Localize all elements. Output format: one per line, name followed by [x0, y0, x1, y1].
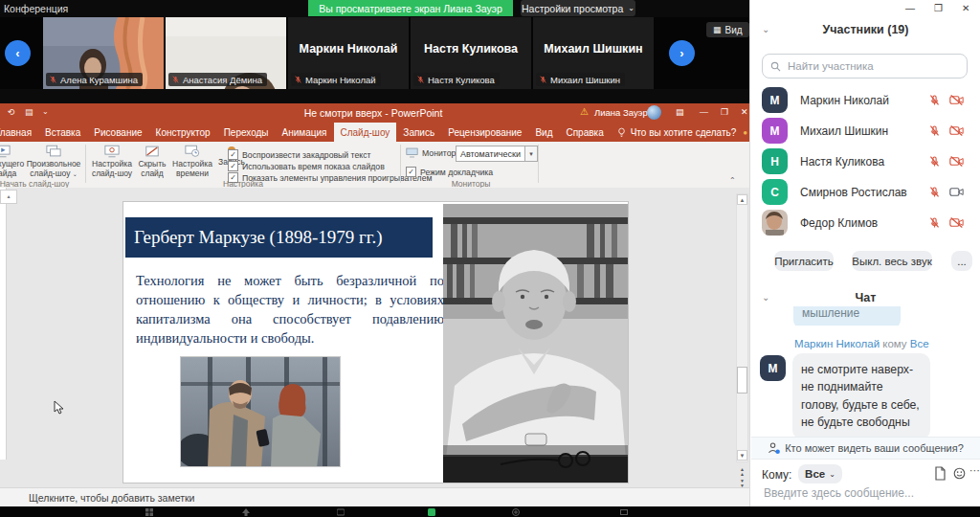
ppt-scrollbar-thumb[interactable]: [737, 367, 747, 393]
tab-konstruktor[interactable]: Конструктор: [149, 123, 217, 142]
user-avatar[interactable]: [647, 105, 661, 120]
warning-icon[interactable]: ⚠: [580, 106, 589, 117]
slide-canvas[interactable]: Герберт Маркузе (1898-1979 гг.) Технолог…: [122, 201, 629, 483]
panel-restore-icon[interactable]: ❐: [934, 3, 943, 13]
tab-risovanie[interactable]: Рисование: [87, 123, 148, 142]
message-more-icon[interactable]: ⋯: [969, 464, 980, 477]
participant-row[interactable]: Федор Климов: [762, 210, 969, 238]
tab-glavnaya[interactable]: Главная: [0, 123, 38, 142]
hide-slide-button[interactable]: Скрыть слайд: [137, 145, 167, 179]
previous-slide-button[interactable]: ▲▲: [737, 467, 747, 477]
scroll-down-button[interactable]: ▼: [737, 450, 747, 461]
ribbon-display-icon[interactable]: ▤: [676, 107, 684, 117]
chat-message-bubble: не смотрите наверх- не поднимайте голову…: [792, 353, 930, 439]
video-tile-markin[interactable]: Маркин Николай Маркин Николай: [288, 17, 409, 89]
participant-row[interactable]: М Михаил Шишкин: [762, 118, 969, 146]
taskbar-icon[interactable]: [145, 508, 153, 516]
mic-muted-icon: [927, 155, 942, 168]
scroll-right-button[interactable]: ›: [669, 40, 695, 66]
mouse-cursor: [54, 400, 64, 415]
tab-retsenzirovanie[interactable]: Рецензирование: [441, 123, 528, 142]
participant-row[interactable]: Н Настя Куликова: [762, 148, 969, 177]
attach-file-icon[interactable]: [934, 466, 947, 481]
tab-spravka[interactable]: Справка: [559, 123, 610, 142]
checkbox-use-timings[interactable]: ✓ Использовать время показа слайдов: [228, 161, 385, 171]
chat-sender-line: Маркин Николай кому Все: [794, 338, 929, 349]
tab-vid[interactable]: Вид: [528, 123, 559, 142]
video-tile-anastasia[interactable]: Анастасия Дёмина: [166, 17, 286, 89]
thumbnail-scroll-up[interactable]: ▴: [0, 190, 17, 204]
clock-screen-icon: [185, 145, 200, 158]
camera-muted-icon: [949, 155, 964, 168]
tab-animatsiya[interactable]: Анимация: [276, 123, 334, 142]
tab-perekhody[interactable]: Переходы: [217, 123, 276, 142]
chat-message-input[interactable]: [762, 485, 957, 501]
chevron-down-icon: ⌄: [628, 4, 635, 12]
collapse-ribbon-icon[interactable]: ⌃: [729, 176, 736, 185]
minimize-icon[interactable]: —: [700, 107, 708, 117]
participant-row[interactable]: М Маркин Николай: [762, 87, 969, 116]
panel-close-icon[interactable]: ✕: [962, 3, 969, 13]
search-icon: [770, 61, 781, 72]
restore-icon[interactable]: ❐: [721, 107, 728, 117]
slide-body-text: Технология не может быть безразличной по…: [136, 271, 444, 348]
participant-search[interactable]: [762, 54, 968, 79]
video-tile-nastya[interactable]: Настя Куликова Настя Куликова: [411, 17, 531, 89]
chat-sender-name[interactable]: Маркин Николай: [794, 338, 880, 349]
mic-muted-icon: [171, 75, 180, 84]
tab-zapis[interactable]: Запись: [396, 123, 441, 142]
checkbox-icon: ✓: [228, 149, 238, 160]
checkbox-presenter-mode[interactable]: ✓ Режим докладчика: [406, 167, 493, 177]
undo-icon[interactable]: ⟲: [8, 107, 15, 117]
invite-button[interactable]: Пригласить: [774, 251, 834, 271]
setup-slideshow-button[interactable]: Настройка слайд-шоу: [89, 145, 135, 179]
emoji-icon[interactable]: [953, 467, 966, 480]
close-icon[interactable]: ✕: [741, 107, 748, 117]
monitor-icon: [406, 147, 418, 158]
mute-all-button[interactable]: Выкл. весь звук: [852, 251, 932, 271]
rehearse-timings-button[interactable]: Настройка времени: [170, 145, 214, 179]
custom-slideshow-button[interactable]: Произвольное слайд-шоу ⌄: [25, 145, 82, 179]
slide-thumbnail-pane[interactable]: [0, 188, 7, 460]
avatar-photo: [762, 210, 788, 236]
monitor-dropdown[interactable]: Автоматически ▾: [456, 146, 538, 162]
more-actions-button[interactable]: ...: [951, 251, 972, 271]
chat-header: Чат: [750, 291, 980, 304]
notes-pane[interactable]: Щелкните, чтобы добавить заметки: [0, 487, 749, 507]
tell-me-search[interactable]: Что вы хотите сделать?: [611, 123, 744, 142]
taskbar-icon[interactable]: [512, 508, 520, 516]
quick-access-more-icon[interactable]: ⌄: [42, 107, 49, 116]
ppt-scrollbar-track[interactable]: [736, 193, 748, 462]
ppt-title-bar: ⟲ ▤ ⌄ Не смотри вверх - PowerPoint ⚠ Лиа…: [0, 103, 749, 123]
mic-muted-icon: [927, 186, 942, 198]
tab-slide-show[interactable]: Слайд-шоу: [334, 123, 397, 142]
chat-avatar: М: [760, 355, 786, 381]
video-tile-mikhail[interactable]: Михаил Шишкин Михаил Шишкин: [533, 17, 654, 89]
start-group-label: Начать слайд-шоу: [0, 179, 82, 188]
scroll-up-button[interactable]: ▲: [737, 194, 747, 205]
tile-name-chip: Анастасия Дёмина: [168, 73, 267, 86]
participants-header: Участники (19): [750, 23, 980, 36]
windows-taskbar[interactable]: [0, 506, 980, 517]
taskbar-icon[interactable]: [337, 508, 345, 516]
scroll-left-button[interactable]: ‹: [5, 40, 31, 66]
message-visibility-link[interactable]: Кто может видеть ваши сообщения?: [751, 437, 980, 460]
slide-photo-movie-still: [180, 356, 341, 467]
checkbox-play-narrations[interactable]: ✓ Воспроизвести закадровый текст: [228, 149, 371, 160]
panel-minimize-icon[interactable]: —: [905, 3, 915, 13]
participant-search-input[interactable]: [786, 59, 959, 73]
taskbar-icon-active-app[interactable]: [428, 508, 435, 516]
taskbar-icon[interactable]: [242, 508, 250, 516]
participant-row[interactable]: С Смирнов Ростислав: [762, 179, 969, 208]
tab-vstavka[interactable]: Вставка: [38, 123, 87, 142]
video-tile-alena[interactable]: Алена Курамшина: [43, 17, 164, 89]
quick-access-icon[interactable]: ▤: [25, 107, 33, 117]
shared-screen-background: [0, 89, 749, 103]
hide-slide-icon: [145, 145, 160, 158]
view-mode-button[interactable]: ▦ Вид: [706, 22, 749, 37]
view-settings-button[interactable]: Настройки просмотра ⌄: [521, 0, 635, 16]
taskbar-icon[interactable]: [620, 508, 628, 516]
avatar: М: [762, 118, 788, 144]
recipient-dropdown[interactable]: Все ⌄: [798, 464, 842, 483]
chat-recipient[interactable]: Все: [910, 338, 929, 349]
